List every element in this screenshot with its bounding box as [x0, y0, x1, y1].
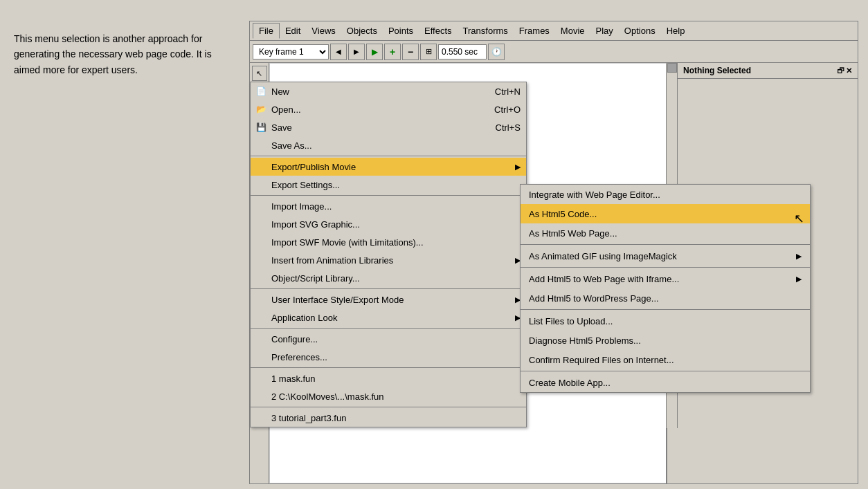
menu-sep-2: [251, 195, 526, 196]
file-menu-dropdown: 📄 New Ctrl+N 📂 Open... Ctrl+O 💾 Save Ctr…: [250, 82, 527, 427]
menu-uistyle[interactable]: User Interface Style/Export Mode ▶: [251, 290, 526, 308]
submenu-html5code[interactable]: As Html5 Code...: [521, 204, 810, 223]
menu-applook[interactable]: Application Look ▶: [251, 308, 526, 326]
export-submenu: Integrate with Web Page Editor... As Htm…: [520, 184, 811, 393]
submenu-listfiles[interactable]: List Files to Upload...: [521, 311, 810, 331]
menu-item-views[interactable]: Views: [306, 24, 341, 38]
menu-recent3[interactable]: 3 tutorial_part3.fun: [251, 409, 526, 427]
menu-sep-3: [251, 288, 526, 289]
nav-prev-btn[interactable]: ◀: [330, 44, 347, 60]
menu-open[interactable]: 📂 Open... Ctrl+O: [251, 100, 526, 118]
keyframe-select[interactable]: Key frame 1: [253, 44, 329, 59]
grid-btn[interactable]: ⊞: [420, 44, 437, 60]
menu-item-movie[interactable]: Movie: [555, 24, 590, 38]
right-scrollbar[interactable]: [667, 428, 678, 483]
export-sep-3: [521, 309, 810, 310]
play-btn[interactable]: ▶: [366, 44, 383, 60]
menu-configure[interactable]: Configure...: [251, 330, 526, 348]
menu-item-effects[interactable]: Effects: [419, 24, 458, 38]
menu-importsvg[interactable]: Import SVG Graphic...: [251, 215, 526, 233]
menu-bar: File Edit Views Objects Points Effects T…: [250, 21, 858, 41]
menu-sep-1: [251, 156, 526, 156]
time-display: 0.550 sec: [438, 44, 487, 59]
menu-preferences[interactable]: Preferences...: [251, 348, 526, 366]
submenu-confirmfiles[interactable]: Confirm Required Files on Internet...: [521, 350, 810, 369]
submenu-integrate[interactable]: Integrate with Web Page Editor...: [521, 185, 810, 204]
scrollbar-thumb[interactable]: [667, 63, 677, 73]
main-content: ↖ ✏ ⬜ Nothing Selected 🗗 ✕ ?: [250, 63, 858, 483]
menu-importswf[interactable]: Import SWF Movie (with Limitations)...: [251, 233, 526, 251]
export-sep-2: [521, 267, 810, 268]
menu-export[interactable]: Export/Publish Movie ▶: [251, 158, 526, 176]
menu-item-file[interactable]: File: [253, 23, 280, 39]
app-window: File Edit Views Objects Points Effects T…: [249, 21, 858, 484]
menu-saveas[interactable]: Save As...: [251, 136, 526, 154]
submenu-animgif[interactable]: As Animated GIF using ImageMagick ▶: [521, 246, 810, 266]
submenu-html5page[interactable]: As Html5 Web Page...: [521, 223, 810, 243]
open-icon: 📂: [255, 103, 267, 116]
panel-controls: 🗗 ✕: [837, 66, 852, 75]
menu-sep-5: [251, 367, 526, 368]
menu-item-play[interactable]: Play: [590, 24, 619, 38]
description-text: This menu selection is another approach …: [0, 21, 246, 88]
menu-importimage[interactable]: Import Image...: [251, 197, 526, 215]
new-icon: 📄: [255, 85, 267, 98]
menu-item-points[interactable]: Points: [383, 24, 419, 38]
remove-btn[interactable]: −: [402, 44, 419, 60]
export-sep-1: [521, 244, 810, 245]
menu-save[interactable]: 💾 Save Ctrl+S: [251, 118, 526, 136]
clock-btn[interactable]: 🕐: [488, 44, 505, 60]
submenu-mobileapp[interactable]: Create Mobile App...: [521, 373, 810, 392]
menu-sep-6: [251, 407, 526, 407]
add-btn[interactable]: +: [384, 44, 401, 60]
tool-arrow[interactable]: ↖: [252, 66, 267, 81]
panel-restore-btn[interactable]: 🗗: [837, 66, 844, 75]
submenu-diagnose[interactable]: Diagnose Html5 Problems...: [521, 331, 810, 350]
submenu-wordpress[interactable]: Add Html5 to WordPress Page...: [521, 288, 810, 308]
menu-item-options[interactable]: Options: [619, 24, 661, 38]
menu-item-objects[interactable]: Objects: [341, 24, 383, 38]
right-panel-header: Nothing Selected 🗗 ✕: [678, 63, 858, 79]
submenu-iframe[interactable]: Add Html5 to Web Page with Iframe... ▶: [521, 269, 810, 288]
export-sep-4: [521, 371, 810, 371]
menu-item-edit[interactable]: Edit: [280, 24, 306, 38]
save-icon: 💾: [255, 121, 267, 133]
menu-sep-4: [251, 328, 526, 329]
menu-recent2[interactable]: 2 C:\KoolMoves\...\mask.fun: [251, 387, 526, 405]
toolbar: Key frame 1 ◀ ▶ ▶ + − ⊞ 0.550 sec 🕐: [250, 41, 858, 63]
menu-item-transforms[interactable]: Transforms: [458, 24, 514, 38]
menu-item-help[interactable]: Help: [661, 24, 691, 38]
menu-exportsettings[interactable]: Export Settings...: [251, 176, 526, 194]
nav-next-btn[interactable]: ▶: [348, 44, 365, 60]
menu-recent1[interactable]: 1 mask.fun: [251, 369, 526, 387]
menu-new[interactable]: 📄 New Ctrl+N: [251, 82, 526, 100]
menu-scriptlib[interactable]: Object/Script Library...: [251, 269, 526, 287]
panel-close-btn[interactable]: ✕: [846, 66, 852, 75]
menu-item-frames[interactable]: Frames: [514, 24, 555, 38]
menu-insertanim[interactable]: Insert from Animation Libraries ▶: [251, 251, 526, 269]
